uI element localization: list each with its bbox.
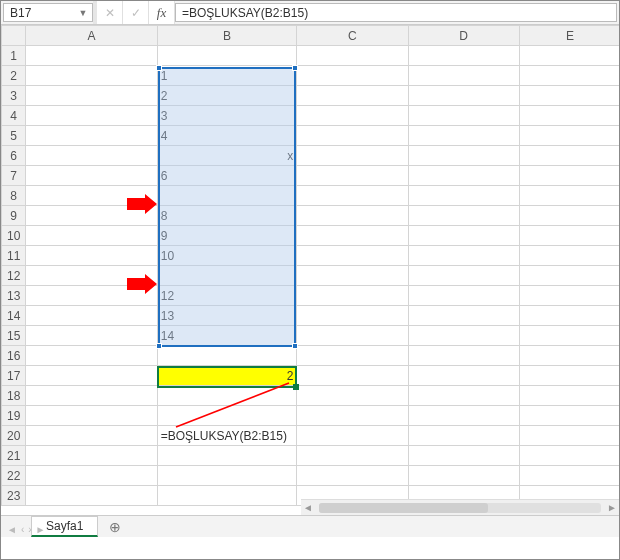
cell[interactable] <box>157 446 297 466</box>
cell[interactable] <box>408 146 519 166</box>
cell[interactable]: x <box>157 146 297 166</box>
row-header[interactable]: 5 <box>2 126 26 146</box>
scroll-track[interactable] <box>319 503 601 513</box>
cell[interactable] <box>26 106 157 126</box>
formula-input[interactable]: =BOŞLUKSAY(B2:B15) <box>175 3 617 22</box>
cell[interactable] <box>519 386 619 406</box>
cell[interactable] <box>26 66 157 86</box>
cell[interactable]: 12 <box>157 286 297 306</box>
cell[interactable] <box>408 406 519 426</box>
row-header[interactable]: 12 <box>2 266 26 286</box>
cell[interactable] <box>519 226 619 246</box>
row-header[interactable]: 4 <box>2 106 26 126</box>
tab-first-icon[interactable]: ◄ <box>5 524 19 535</box>
cell[interactable] <box>408 386 519 406</box>
cell[interactable] <box>157 386 297 406</box>
cell[interactable] <box>26 146 157 166</box>
cell[interactable] <box>408 326 519 346</box>
row-header[interactable]: 19 <box>2 406 26 426</box>
cell[interactable] <box>157 186 297 206</box>
name-box[interactable]: B17 ▼ <box>3 3 93 22</box>
cell[interactable] <box>519 446 619 466</box>
cell[interactable] <box>408 46 519 66</box>
cell[interactable] <box>408 366 519 386</box>
cell[interactable] <box>408 126 519 146</box>
cell[interactable] <box>26 246 157 266</box>
cell[interactable] <box>408 206 519 226</box>
cell[interactable] <box>26 266 157 286</box>
cell[interactable] <box>157 466 297 486</box>
cell[interactable] <box>408 186 519 206</box>
row-header[interactable]: 9 <box>2 206 26 226</box>
cell[interactable] <box>519 426 619 446</box>
cell[interactable] <box>26 386 157 406</box>
cell[interactable] <box>519 286 619 306</box>
tab-next-icon[interactable]: › <box>26 524 33 535</box>
row-header[interactable]: 18 <box>2 386 26 406</box>
cell[interactable] <box>408 286 519 306</box>
enter-icon[interactable]: ✓ <box>123 1 149 24</box>
cell[interactable] <box>297 386 408 406</box>
row-header[interactable]: 10 <box>2 226 26 246</box>
row-header[interactable]: 16 <box>2 346 26 366</box>
cell[interactable] <box>519 366 619 386</box>
row-header[interactable]: 3 <box>2 86 26 106</box>
cell[interactable] <box>157 346 297 366</box>
spreadsheet-grid[interactable]: ABCDE1213243546x768981091110121312141315… <box>1 25 619 537</box>
cell[interactable] <box>26 406 157 426</box>
cell[interactable] <box>157 46 297 66</box>
cell[interactable] <box>297 266 408 286</box>
row-header[interactable]: 7 <box>2 166 26 186</box>
cell[interactable] <box>519 406 619 426</box>
add-sheet-button[interactable]: ⊕ <box>104 518 126 536</box>
row-header[interactable]: 11 <box>2 246 26 266</box>
cell[interactable] <box>408 266 519 286</box>
cell[interactable]: 2 <box>157 86 297 106</box>
cell[interactable] <box>519 66 619 86</box>
row-header[interactable]: 22 <box>2 466 26 486</box>
insert-function-button[interactable]: fx <box>149 1 175 24</box>
row-header[interactable]: 1 <box>2 46 26 66</box>
cell[interactable] <box>26 166 157 186</box>
row-header[interactable]: 13 <box>2 286 26 306</box>
cell[interactable]: =BOŞLUKSAY(B2:B15) <box>157 426 297 446</box>
cell[interactable] <box>408 166 519 186</box>
cell[interactable] <box>519 246 619 266</box>
cell[interactable] <box>408 66 519 86</box>
row-header[interactable]: 21 <box>2 446 26 466</box>
row-header[interactable]: 17 <box>2 366 26 386</box>
cell[interactable] <box>408 306 519 326</box>
cell[interactable] <box>408 346 519 366</box>
cell[interactable] <box>297 146 408 166</box>
row-header[interactable]: 14 <box>2 306 26 326</box>
cell[interactable] <box>297 246 408 266</box>
chevron-down-icon[interactable]: ▼ <box>76 6 90 19</box>
cell[interactable] <box>519 346 619 366</box>
cell[interactable] <box>408 466 519 486</box>
tab-last-icon[interactable]: ► <box>34 524 48 535</box>
cell[interactable] <box>297 286 408 306</box>
cell[interactable] <box>26 46 157 66</box>
cell[interactable]: 8 <box>157 206 297 226</box>
cell[interactable] <box>297 406 408 426</box>
cell[interactable] <box>519 306 619 326</box>
cell[interactable] <box>297 466 408 486</box>
cell[interactable] <box>519 206 619 226</box>
row-header[interactable]: 20 <box>2 426 26 446</box>
scroll-right-icon[interactable]: ► <box>607 502 617 513</box>
cell[interactable] <box>297 86 408 106</box>
cell[interactable] <box>408 246 519 266</box>
cell[interactable] <box>297 166 408 186</box>
cell[interactable] <box>26 426 157 446</box>
cell[interactable] <box>26 186 157 206</box>
cell[interactable] <box>297 366 408 386</box>
cell[interactable] <box>519 466 619 486</box>
cell[interactable] <box>297 426 408 446</box>
cell[interactable] <box>297 66 408 86</box>
cell[interactable]: 1 <box>157 66 297 86</box>
tab-nav[interactable]: ◄ ‹ › ► <box>5 524 48 535</box>
cell[interactable] <box>26 446 157 466</box>
column-header[interactable]: C <box>297 26 408 46</box>
cell[interactable] <box>408 426 519 446</box>
row-header[interactable]: 8 <box>2 186 26 206</box>
